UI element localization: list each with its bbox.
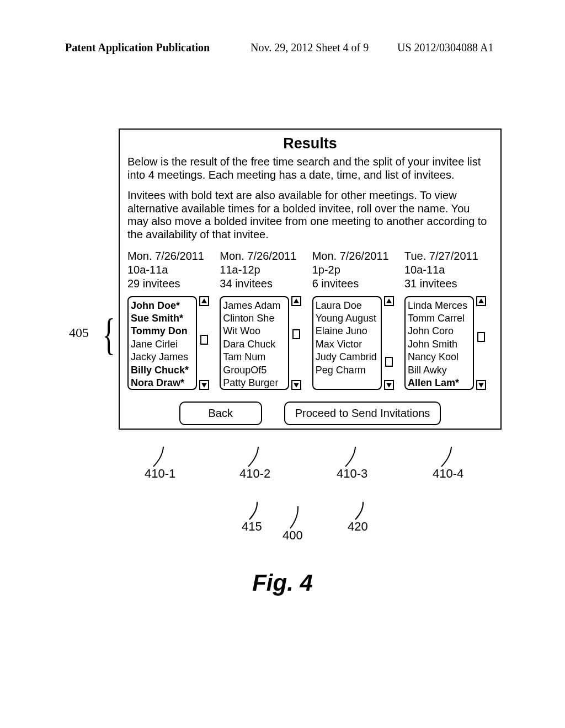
scroll-thumb[interactable] bbox=[292, 329, 300, 339]
svg-marker-4 bbox=[386, 298, 392, 303]
invitee-item[interactable]: Jane Cirlei bbox=[131, 338, 194, 351]
invitee-item[interactable]: Tommy Don bbox=[131, 325, 194, 338]
annot-410-3: 410-3 bbox=[337, 467, 367, 481]
invitee-item[interactable]: Elaine Juno bbox=[316, 325, 379, 338]
scroll-down-icon[interactable] bbox=[476, 380, 486, 390]
invitee-item[interactable]: Tomm Carrel bbox=[408, 312, 471, 325]
columns: Mon. 7/26/201110a-11a29 inviteesJohn Doe… bbox=[127, 249, 493, 390]
scroll-up-icon[interactable] bbox=[199, 296, 209, 306]
invitee-item[interactable]: Laura Doe bbox=[316, 299, 379, 312]
header-left: Patent Application Publication bbox=[65, 41, 210, 54]
invitee-item[interactable]: Judy Cambrid bbox=[316, 351, 379, 363]
svg-marker-7 bbox=[478, 383, 484, 387]
scroll-down-icon[interactable] bbox=[291, 380, 301, 390]
scroll-thumb[interactable] bbox=[477, 332, 485, 342]
scroll-down-icon[interactable] bbox=[199, 380, 209, 390]
invitee-listwrap: James AdamClinton SheWit WooDara ChuckTa… bbox=[220, 296, 308, 390]
meeting-header: Mon. 7/26/201111a-12p34 invitees bbox=[220, 249, 308, 291]
annot-410-1: 410-1 bbox=[145, 467, 175, 481]
results-box: Results Below is the result of the free … bbox=[119, 129, 502, 430]
invitee-item[interactable]: John Smith bbox=[408, 338, 471, 351]
annot-410-4: 410-4 bbox=[433, 467, 463, 481]
back-button[interactable]: Back bbox=[179, 402, 262, 425]
meeting-column-4: Tue. 7/27/201110a-11a31 inviteesLinda Me… bbox=[404, 249, 493, 390]
action-row: Back Proceed to Send Invitations bbox=[120, 402, 500, 425]
meeting-header: Tue. 7/27/201110a-11a31 invitees bbox=[404, 249, 493, 291]
invitee-item[interactable]: Billy Chuck* bbox=[131, 364, 194, 377]
svg-marker-2 bbox=[294, 298, 300, 303]
invitee-listbox[interactable]: Linda MercesTomm CarrelJohn CoroJohn Smi… bbox=[404, 296, 474, 390]
results-para2: Invitees with bold text are also availab… bbox=[127, 189, 493, 241]
scroll-up-icon[interactable] bbox=[384, 296, 394, 306]
svg-marker-6 bbox=[478, 298, 484, 303]
invitee-item[interactable]: Nora Draw* bbox=[131, 377, 194, 389]
scroll-down-icon[interactable] bbox=[384, 380, 394, 390]
meeting-header: Mon. 7/26/20111p-2p6 invitees bbox=[312, 249, 401, 291]
svg-marker-3 bbox=[294, 383, 300, 387]
ref-405: 405 bbox=[69, 325, 89, 340]
results-title: Results bbox=[127, 135, 493, 152]
scroll-up-icon[interactable] bbox=[476, 296, 486, 306]
invitee-listwrap: John Doe*Sue Smith*Tommy DonJane CirleiJ… bbox=[127, 296, 216, 390]
svg-marker-5 bbox=[386, 383, 392, 387]
scrollbar[interactable] bbox=[476, 296, 486, 390]
invitee-item[interactable]: Max Victor bbox=[316, 338, 379, 351]
scroll-track[interactable] bbox=[199, 307, 209, 379]
scroll-thumb[interactable] bbox=[200, 335, 208, 345]
scrollbar[interactable] bbox=[291, 296, 301, 390]
invitee-listbox[interactable]: Laura DoeYoung AugustElaine JunoMax Vict… bbox=[312, 296, 382, 390]
invitee-listbox[interactable]: John Doe*Sue Smith*Tommy DonJane CirleiJ… bbox=[127, 296, 197, 390]
annot-415: 415 bbox=[242, 520, 262, 534]
scroll-up-icon[interactable] bbox=[291, 296, 301, 306]
invitee-item[interactable]: Allen Lam* bbox=[408, 377, 471, 389]
figure-caption: Fig. 4 bbox=[0, 570, 565, 596]
scroll-track[interactable] bbox=[476, 307, 486, 379]
invitee-item[interactable]: Patty Burger bbox=[223, 377, 286, 389]
invitee-item[interactable]: Sue Smith* bbox=[131, 312, 194, 325]
svg-marker-0 bbox=[201, 298, 207, 303]
invitee-item[interactable]: Jacky James bbox=[131, 351, 194, 363]
scroll-track[interactable] bbox=[384, 307, 394, 379]
header-right: US 2012/0304088 A1 bbox=[397, 41, 493, 54]
meeting-column-2: Mon. 7/26/201111a-12p34 inviteesJames Ad… bbox=[220, 249, 308, 390]
invitee-item[interactable]: Bill Awky bbox=[408, 364, 471, 377]
invitee-item[interactable]: Clinton She bbox=[223, 312, 286, 325]
brace-405: { bbox=[103, 313, 115, 355]
svg-marker-1 bbox=[201, 383, 207, 387]
invitee-listwrap: Laura DoeYoung AugustElaine JunoMax Vict… bbox=[312, 296, 401, 390]
annot-400: 400 bbox=[282, 528, 303, 543]
invitee-item[interactable]: Wit Woo bbox=[223, 325, 286, 338]
results-para1: Below is the result of the free time sea… bbox=[127, 156, 493, 181]
scroll-track[interactable] bbox=[291, 307, 301, 379]
scrollbar[interactable] bbox=[199, 296, 209, 390]
invitee-listwrap: Linda MercesTomm CarrelJohn CoroJohn Smi… bbox=[404, 296, 493, 390]
invitee-item[interactable]: Peg Charm bbox=[316, 364, 379, 377]
invitee-listbox[interactable]: James AdamClinton SheWit WooDara ChuckTa… bbox=[220, 296, 289, 390]
invitee-item[interactable]: James Adam bbox=[223, 299, 286, 312]
invitee-item[interactable]: John Doe* bbox=[131, 299, 194, 312]
annot-410-2: 410-2 bbox=[239, 467, 270, 481]
invitee-item[interactable]: Tam Num bbox=[223, 351, 286, 363]
invitee-item[interactable]: John Coro bbox=[408, 325, 471, 338]
invitee-item[interactable]: Young August bbox=[316, 312, 379, 325]
annot-420: 420 bbox=[348, 520, 368, 534]
meeting-column-3: Mon. 7/26/20111p-2p6 inviteesLaura DoeYo… bbox=[312, 249, 401, 390]
scrollbar[interactable] bbox=[384, 296, 394, 390]
invitee-item[interactable]: Dara Chuck bbox=[223, 338, 286, 351]
invitee-item[interactable]: Linda Merces bbox=[408, 299, 471, 312]
meeting-header: Mon. 7/26/201110a-11a29 invitees bbox=[127, 249, 216, 291]
invitee-item[interactable]: Nancy Kool bbox=[408, 351, 471, 363]
proceed-button[interactable]: Proceed to Send Invitations bbox=[284, 402, 441, 425]
header-mid: Nov. 29, 2012 Sheet 4 of 9 bbox=[250, 41, 369, 54]
invitee-item[interactable]: GroupOf5 bbox=[223, 364, 286, 377]
scroll-thumb[interactable] bbox=[385, 357, 393, 367]
meeting-column-1: Mon. 7/26/201110a-11a29 inviteesJohn Doe… bbox=[127, 249, 216, 390]
